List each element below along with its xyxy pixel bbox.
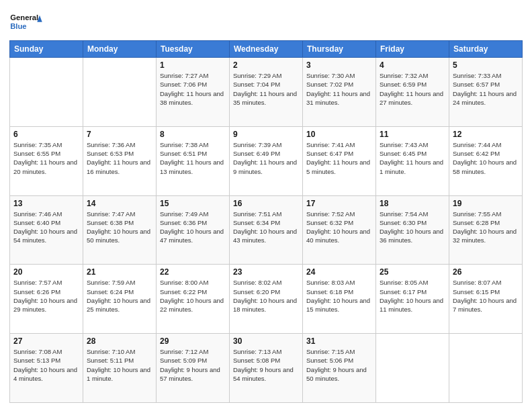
calendar-cell: 29Sunrise: 7:12 AMSunset: 5:09 PMDayligh… xyxy=(157,334,230,403)
calendar-cell xyxy=(83,58,157,127)
calendar-cell: 23Sunrise: 8:02 AMSunset: 6:20 PMDayligh… xyxy=(230,265,303,334)
day-number: 16 xyxy=(233,199,299,208)
day-number: 22 xyxy=(160,267,226,277)
day-info: Sunrise: 7:13 AMSunset: 5:08 PMDaylight:… xyxy=(233,347,299,383)
day-info: Sunrise: 7:54 AMSunset: 6:30 PMDaylight:… xyxy=(380,210,445,245)
day-number: 24 xyxy=(306,267,372,277)
calendar-cell: 27Sunrise: 7:08 AMSunset: 5:13 PMDayligh… xyxy=(10,334,83,403)
day-info: Sunrise: 8:02 AMSunset: 6:20 PMDaylight:… xyxy=(233,278,299,314)
logo: General Blue xyxy=(9,8,43,35)
calendar-cell: 9Sunrise: 7:39 AMSunset: 6:49 PMDaylight… xyxy=(230,126,303,195)
calendar-cell: 3Sunrise: 7:30 AMSunset: 7:02 PMDaylight… xyxy=(303,58,376,127)
weekday-header-tuesday: Tuesday xyxy=(157,41,230,58)
day-info: Sunrise: 7:41 AMSunset: 6:47 PMDaylight:… xyxy=(306,140,372,176)
calendar-cell xyxy=(376,334,449,403)
day-number: 17 xyxy=(306,199,372,208)
weekday-header-thursday: Thursday xyxy=(303,41,376,58)
calendar-cell xyxy=(449,334,523,403)
day-number: 8 xyxy=(160,130,226,139)
day-number: 12 xyxy=(453,130,519,139)
svg-text:Blue: Blue xyxy=(10,22,26,30)
calendar-cell: 13Sunrise: 7:46 AMSunset: 6:40 PMDayligh… xyxy=(10,195,83,265)
day-number: 5 xyxy=(453,60,519,70)
day-number: 19 xyxy=(453,199,519,208)
day-number: 28 xyxy=(87,336,152,346)
day-info: Sunrise: 7:51 AMSunset: 6:34 PMDaylight:… xyxy=(233,210,299,245)
page-header: General Blue xyxy=(9,8,523,35)
calendar-cell: 11Sunrise: 7:43 AMSunset: 6:45 PMDayligh… xyxy=(376,126,449,195)
day-info: Sunrise: 8:07 AMSunset: 6:15 PMDaylight:… xyxy=(453,278,519,314)
weekday-header-sunday: Sunday xyxy=(10,41,83,58)
day-number: 14 xyxy=(87,199,152,208)
day-info: Sunrise: 7:52 AMSunset: 6:32 PMDaylight:… xyxy=(306,210,372,245)
day-number: 27 xyxy=(13,336,79,346)
calendar-cell: 30Sunrise: 7:13 AMSunset: 5:08 PMDayligh… xyxy=(230,334,303,403)
day-info: Sunrise: 7:38 AMSunset: 6:51 PMDaylight:… xyxy=(160,140,226,176)
day-info: Sunrise: 8:00 AMSunset: 6:22 PMDaylight:… xyxy=(160,278,226,314)
day-info: Sunrise: 7:29 AMSunset: 7:04 PMDaylight:… xyxy=(233,71,299,107)
day-info: Sunrise: 8:03 AMSunset: 6:18 PMDaylight:… xyxy=(306,278,372,314)
day-number: 25 xyxy=(380,267,445,277)
day-number: 23 xyxy=(233,267,299,277)
day-number: 9 xyxy=(233,130,299,139)
day-info: Sunrise: 7:39 AMSunset: 6:49 PMDaylight:… xyxy=(233,140,299,176)
calendar-cell: 10Sunrise: 7:41 AMSunset: 6:47 PMDayligh… xyxy=(303,126,376,195)
calendar-cell: 20Sunrise: 7:57 AMSunset: 6:26 PMDayligh… xyxy=(10,265,83,334)
calendar-cell: 31Sunrise: 7:15 AMSunset: 5:06 PMDayligh… xyxy=(303,334,376,403)
day-number: 13 xyxy=(13,199,79,208)
day-info: Sunrise: 7:55 AMSunset: 6:28 PMDaylight:… xyxy=(453,210,519,245)
logo-svg: General Blue xyxy=(9,8,43,35)
calendar-cell: 17Sunrise: 7:52 AMSunset: 6:32 PMDayligh… xyxy=(303,195,376,265)
weekday-header-friday: Friday xyxy=(376,41,449,58)
day-info: Sunrise: 7:44 AMSunset: 6:42 PMDaylight:… xyxy=(453,140,519,176)
day-number: 3 xyxy=(306,60,372,70)
day-info: Sunrise: 7:59 AMSunset: 6:24 PMDaylight:… xyxy=(87,278,152,314)
day-info: Sunrise: 7:49 AMSunset: 6:36 PMDaylight:… xyxy=(160,210,226,245)
calendar-cell: 4Sunrise: 7:32 AMSunset: 6:59 PMDaylight… xyxy=(376,58,449,127)
day-number: 15 xyxy=(160,199,226,208)
day-info: Sunrise: 7:32 AMSunset: 6:59 PMDaylight:… xyxy=(380,71,445,107)
calendar-cell xyxy=(10,58,83,127)
day-number: 21 xyxy=(87,267,152,277)
calendar-cell: 14Sunrise: 7:47 AMSunset: 6:38 PMDayligh… xyxy=(83,195,157,265)
day-number: 1 xyxy=(160,60,226,70)
calendar-cell: 12Sunrise: 7:44 AMSunset: 6:42 PMDayligh… xyxy=(449,126,523,195)
calendar-cell: 6Sunrise: 7:35 AMSunset: 6:55 PMDaylight… xyxy=(10,126,83,195)
calendar-cell: 26Sunrise: 8:07 AMSunset: 6:15 PMDayligh… xyxy=(449,265,523,334)
day-info: Sunrise: 7:47 AMSunset: 6:38 PMDaylight:… xyxy=(87,210,152,245)
calendar-cell: 25Sunrise: 8:05 AMSunset: 6:17 PMDayligh… xyxy=(376,265,449,334)
calendar-cell: 19Sunrise: 7:55 AMSunset: 6:28 PMDayligh… xyxy=(449,195,523,265)
calendar-cell: 7Sunrise: 7:36 AMSunset: 6:53 PMDaylight… xyxy=(83,126,157,195)
day-number: 6 xyxy=(13,130,79,139)
day-number: 18 xyxy=(380,199,445,208)
day-info: Sunrise: 7:08 AMSunset: 5:13 PMDaylight:… xyxy=(13,347,79,383)
day-info: Sunrise: 7:33 AMSunset: 6:57 PMDaylight:… xyxy=(453,71,519,107)
day-info: Sunrise: 7:12 AMSunset: 5:09 PMDaylight:… xyxy=(160,347,226,383)
day-info: Sunrise: 7:15 AMSunset: 5:06 PMDaylight:… xyxy=(306,347,372,383)
weekday-header-saturday: Saturday xyxy=(449,41,523,58)
day-number: 20 xyxy=(13,267,79,277)
calendar-cell: 16Sunrise: 7:51 AMSunset: 6:34 PMDayligh… xyxy=(230,195,303,265)
svg-text:General: General xyxy=(10,13,38,21)
day-number: 11 xyxy=(380,130,445,139)
calendar-cell: 8Sunrise: 7:38 AMSunset: 6:51 PMDaylight… xyxy=(157,126,230,195)
calendar-cell: 1Sunrise: 7:27 AMSunset: 7:06 PMDaylight… xyxy=(157,58,230,127)
day-info: Sunrise: 7:36 AMSunset: 6:53 PMDaylight:… xyxy=(87,140,152,176)
calendar-cell: 28Sunrise: 7:10 AMSunset: 5:11 PMDayligh… xyxy=(83,334,157,403)
day-info: Sunrise: 7:43 AMSunset: 6:45 PMDaylight:… xyxy=(380,140,445,176)
weekday-header-wednesday: Wednesday xyxy=(230,41,303,58)
day-info: Sunrise: 7:35 AMSunset: 6:55 PMDaylight:… xyxy=(13,140,79,176)
calendar-cell: 18Sunrise: 7:54 AMSunset: 6:30 PMDayligh… xyxy=(376,195,449,265)
calendar-cell: 2Sunrise: 7:29 AMSunset: 7:04 PMDaylight… xyxy=(230,58,303,127)
calendar: SundayMondayTuesdayWednesdayThursdayFrid… xyxy=(9,40,523,403)
calendar-cell: 15Sunrise: 7:49 AMSunset: 6:36 PMDayligh… xyxy=(157,195,230,265)
day-number: 4 xyxy=(380,60,445,70)
calendar-cell: 22Sunrise: 8:00 AMSunset: 6:22 PMDayligh… xyxy=(157,265,230,334)
day-info: Sunrise: 7:30 AMSunset: 7:02 PMDaylight:… xyxy=(306,71,372,107)
day-info: Sunrise: 7:27 AMSunset: 7:06 PMDaylight:… xyxy=(160,71,226,107)
day-number: 29 xyxy=(160,336,226,346)
day-number: 26 xyxy=(453,267,519,277)
day-number: 2 xyxy=(233,60,299,70)
calendar-cell: 21Sunrise: 7:59 AMSunset: 6:24 PMDayligh… xyxy=(83,265,157,334)
day-number: 7 xyxy=(87,130,152,139)
